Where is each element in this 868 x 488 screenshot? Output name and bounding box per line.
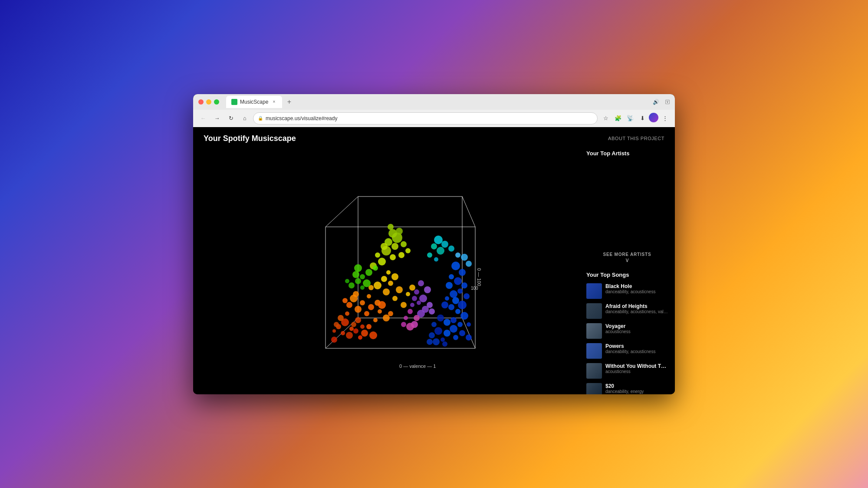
bookmark-button[interactable]: ☆ [600, 113, 612, 124]
lock-icon: 🔒 [258, 116, 263, 121]
svg-point-44 [401, 302, 407, 308]
song-item-5[interactable]: Without You Without Them acousticness [586, 363, 668, 379]
svg-point-52 [409, 285, 415, 291]
svg-point-63 [381, 243, 388, 250]
minimize-button[interactable] [206, 99, 211, 105]
traffic-lights [198, 99, 219, 105]
svg-point-94 [464, 293, 470, 299]
see-more-artists-button[interactable]: SEE MORE ARTISTS ∨ [586, 252, 668, 263]
song-title-6: $20 [605, 383, 668, 389]
window-controls[interactable]: ∨ [665, 100, 670, 104]
address-bar[interactable]: 🔒 musicscape.us/visualize#ready [253, 112, 598, 124]
song-info-6: $20 danceability, energy [605, 383, 668, 394]
viz-area[interactable]: 0 — danceability — 1 0 — valence — 1 0 —… [193, 147, 579, 394]
browser-tab[interactable]: MusicScape × [226, 96, 282, 108]
svg-point-113 [434, 327, 442, 335]
svg-point-114 [429, 332, 435, 338]
svg-point-135 [401, 322, 406, 327]
download-button[interactable]: ⬇ [637, 113, 648, 124]
song-attrs-6: danceability, energy [605, 389, 668, 394]
tab-close-button[interactable]: × [271, 99, 277, 105]
song-item-6[interactable]: $20 danceability, energy [586, 383, 668, 394]
svg-point-64 [405, 248, 411, 253]
song-attrs-4: danceability, acousticness [605, 349, 668, 354]
svg-point-112 [431, 322, 437, 327]
cast-button[interactable]: 📡 [625, 113, 636, 124]
song-thumb-4 [586, 343, 602, 359]
nav-bar: ← → ↻ ⌂ 🔒 musicscape.us/visualize#ready … [193, 110, 675, 127]
app-body: 0 — danceability — 1 0 — valence — 1 0 —… [193, 147, 675, 394]
svg-point-65 [401, 241, 407, 247]
svg-point-115 [441, 337, 445, 342]
svg-point-133 [404, 316, 408, 320]
song-thumb-5 [586, 363, 602, 379]
svg-point-15 [353, 328, 358, 334]
svg-marker-3 [326, 197, 475, 227]
svg-point-40 [388, 311, 393, 316]
back-button[interactable]: ← [197, 113, 209, 124]
about-link[interactable]: ABOUT THIS PROJECT [608, 136, 664, 141]
app-content: Your Spotify Musicscape ABOUT THIS PROJE… [193, 127, 675, 394]
svg-point-73 [360, 285, 365, 290]
new-tab-button[interactable]: + [284, 97, 294, 107]
home-button[interactable]: ⌂ [239, 113, 250, 124]
svg-point-32 [360, 300, 365, 305]
svg-point-43 [392, 296, 398, 301]
viz-canvas: 0 — danceability — 1 0 — valence — 1 0 —… [282, 170, 490, 370]
svg-point-66 [388, 229, 397, 238]
song-item-2[interactable]: Afraid of Heights danceability, acoustic… [586, 303, 668, 319]
song-item-4[interactable]: Powers danceability, acousticness [586, 343, 668, 359]
svg-point-137 [455, 252, 460, 258]
song-thumb-2 [586, 303, 602, 319]
svg-point-55 [390, 254, 396, 260]
svg-point-69 [365, 269, 372, 276]
svg-point-71 [363, 279, 371, 287]
svg-point-116 [433, 338, 440, 345]
svg-point-84 [448, 246, 454, 252]
profile-avatar[interactable] [649, 113, 658, 122]
song-item-1[interactable]: Black Hole danceability, acousticness [586, 283, 668, 299]
svg-point-129 [410, 303, 414, 307]
forward-button[interactable]: → [211, 113, 223, 124]
svg-point-54 [378, 258, 386, 265]
svg-point-83 [434, 257, 438, 262]
song-item-3[interactable]: Voyager acousticness [586, 323, 668, 339]
svg-point-89 [454, 277, 462, 285]
svg-point-16 [358, 335, 362, 340]
svg-point-108 [453, 335, 458, 340]
svg-point-25 [360, 324, 365, 329]
svg-point-136 [461, 254, 468, 261]
svg-point-20 [345, 311, 349, 316]
svg-point-35 [383, 314, 390, 321]
chevron-down-icon: ∨ [625, 257, 629, 263]
fullscreen-button[interactable] [214, 99, 219, 105]
svg-point-17 [338, 315, 344, 321]
song-attrs-5: acousticness [605, 369, 668, 374]
refresh-button[interactable]: ↻ [225, 113, 237, 124]
svg-point-77 [345, 279, 349, 283]
svg-point-138 [466, 261, 472, 267]
svg-point-36 [342, 298, 348, 303]
song-info-1: Black Hole danceability, acousticness [605, 283, 668, 294]
svg-point-102 [450, 317, 457, 323]
tab-favicon [231, 99, 237, 105]
song-title-2: Afraid of Heights [605, 303, 668, 309]
svg-point-33 [368, 304, 374, 310]
svg-point-13 [349, 327, 354, 331]
song-title-3: Voyager [605, 323, 668, 329]
svg-point-103 [457, 322, 463, 327]
song-info-2: Afraid of Heights danceability, acoustic… [605, 303, 668, 314]
svg-text:0 — valence — 1: 0 — valence — 1 [399, 364, 436, 369]
songs-list: Black Hole danceability, acousticness Af… [586, 283, 668, 394]
svg-point-120 [424, 286, 431, 293]
close-button[interactable] [198, 99, 204, 105]
svg-point-88 [449, 274, 454, 279]
menu-button[interactable]: ⋮ [659, 113, 671, 124]
top-artists-title: Your Top Artists [586, 150, 668, 157]
svg-point-11 [346, 332, 353, 339]
sidebar: Your Top Artists SEE MORE ARTISTS ∨ Your… [579, 147, 675, 394]
extensions-button[interactable]: 🧩 [612, 113, 624, 124]
svg-point-134 [406, 323, 414, 331]
svg-point-117 [442, 341, 447, 347]
volume-icon[interactable]: 🔊 [653, 99, 659, 105]
